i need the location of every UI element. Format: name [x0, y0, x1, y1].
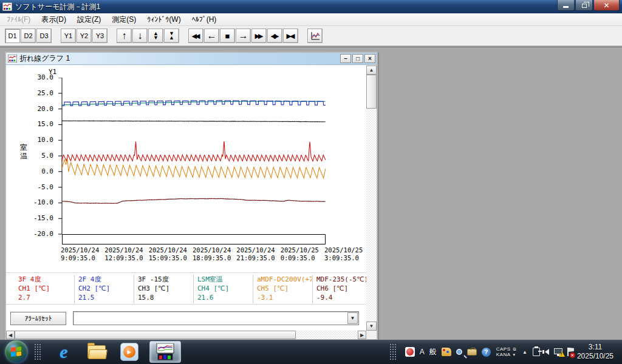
minimize-button[interactable]	[557, 0, 575, 11]
fast-forward-button[interactable]: ▶▶	[251, 29, 267, 43]
file-explorer-button[interactable]	[86, 342, 107, 362]
clock[interactable]: 3:11 2025/10/25	[577, 343, 613, 361]
restore-button[interactable]	[575, 0, 593, 11]
window-title: ソフトサーモ計測－計測1	[15, 2, 100, 12]
media-player-button[interactable]: ▶	[119, 342, 140, 362]
ime-palette-icon[interactable]	[442, 348, 451, 356]
ime-alpha-icon[interactable]: A	[420, 348, 425, 356]
menu-item[interactable]: 設定(Z)	[72, 13, 106, 27]
alarm-reset-button[interactable]: ｱﾗｰﾑﾘｾｯﾄ	[10, 312, 66, 325]
legend-name: LSM室温	[197, 275, 252, 284]
toolbar: D1D2D3 Y1Y2Y3 ↑↓▲ ▼▼ ▲ ◀◀←■→▶▶◀▶▶◀	[0, 26, 622, 46]
folder-icon	[87, 345, 106, 359]
display-button-d1[interactable]: D1	[5, 29, 20, 43]
alarm-combo-input[interactable]	[75, 313, 346, 323]
internet-explorer-button[interactable]: e	[53, 342, 74, 362]
tray-separator	[389, 343, 397, 360]
compress-horizontal-button[interactable]: ▶◀	[283, 29, 298, 43]
horizontal-scrollbar[interactable]: ◀ ▶	[6, 331, 366, 339]
legend-channel-4: LSM室温CH4 [℃]21.6	[193, 275, 252, 303]
chart-area: Y1 室温 30.025.020.015.010.05.00.0-5.0-10.…	[6, 66, 366, 331]
hscroll-left-icon[interactable]: ◀	[6, 331, 15, 339]
line-chart	[57, 78, 326, 235]
scrollbar-corner	[366, 331, 377, 339]
scroll-up-icon: ↑	[122, 31, 127, 41]
mdi-client-area: 折れ線グラフ 1 – □ × Y1 室温 30.025.020.015.010.…	[0, 47, 622, 340]
alarm-combobox[interactable]: ▼	[73, 311, 359, 325]
vertical-scrollbar[interactable]: ▲ ▼	[366, 66, 377, 331]
y-tick-label: 25.0	[26, 89, 53, 97]
security-tray-icon[interactable]	[405, 347, 415, 357]
graph-minimize-button[interactable]: –	[340, 54, 351, 63]
range-selector-box[interactable]	[62, 234, 326, 244]
menu-item[interactable]: ﾍﾙﾌﾟ(H)	[186, 13, 222, 25]
menu-item[interactable]: 表示(D)	[36, 13, 72, 27]
menu-item[interactable]: ｳｨﾝﾄﾞｳ(W)	[142, 13, 186, 25]
ime-state-indicator[interactable]: CAPS⧉ KANA▾	[496, 346, 516, 357]
legend-channel-2: 2F 4度CH2 [℃]21.5	[74, 275, 133, 303]
volume-tray-icon[interactable]	[545, 349, 549, 355]
legend-name: aMDF-DC200V(+7	[257, 275, 312, 284]
alarm-row: ｱﾗｰﾑﾘｾｯﾄ ▼	[6, 309, 366, 328]
x-tick-label: 2025/10/24 15:09:35.0	[149, 246, 197, 262]
display-button-d3[interactable]: D3	[36, 29, 52, 43]
channel-legend: 3F 4度CH1 [℃]2.72F 4度CH2 [℃]21.53F -15度CH…	[6, 272, 366, 305]
show-hidden-icons-button[interactable]: ▲	[522, 349, 527, 355]
menu-item[interactable]: 測定(S)	[106, 13, 142, 27]
hscroll-right-icon[interactable]: ▶	[358, 331, 366, 339]
vscroll-down-icon[interactable]: ▼	[366, 322, 377, 331]
ime-mode-icon[interactable]: 般	[429, 347, 437, 357]
menu-item[interactable]: ﾌｧｲﾙ(F)	[1, 13, 36, 25]
media-player-icon: ▶	[120, 343, 138, 361]
legend-name: 3F 4度	[18, 275, 73, 284]
expand-vertical-button[interactable]: ▲ ▼	[148, 29, 163, 43]
expand-horizontal-button[interactable]: ◀▶	[267, 29, 282, 43]
legend-name: 2F 4度	[78, 275, 133, 284]
hscroll-thumb[interactable]	[15, 331, 296, 339]
y-tick-label: 15.0	[26, 120, 53, 128]
graph-settings-button[interactable]	[307, 29, 323, 43]
step-forward-icon: →	[239, 31, 248, 41]
graph-close-button[interactable]: ×	[364, 54, 375, 63]
fast-forward-icon: ▶▶	[255, 32, 262, 40]
expand-vertical-icon: ▲ ▼	[153, 32, 159, 40]
fast-rewind-button[interactable]: ◀◀	[188, 29, 203, 43]
start-button[interactable]	[5, 340, 28, 363]
soft-thermo-taskbar-button[interactable]	[149, 341, 181, 363]
step-back-button[interactable]: ←	[204, 29, 219, 43]
legend-channel_label: CH2 [℃]	[78, 284, 133, 293]
stop-button[interactable]: ■	[220, 29, 235, 43]
y-tick-label: 5.0	[26, 152, 53, 160]
yaxis-button-y1[interactable]: Y1	[61, 29, 76, 43]
expand-horizontal-icon: ◀▶	[271, 32, 278, 40]
step-forward-button[interactable]: →	[236, 29, 251, 43]
network-warning-tray-icon[interactable]	[554, 348, 562, 354]
legend-channel_label: CH4 [℃]	[197, 284, 252, 293]
clipboard-tray-icon[interactable]	[533, 348, 540, 356]
legend-name: MDF-235(-5℃)	[316, 275, 366, 284]
vscroll-thumb[interactable]	[366, 75, 377, 109]
graph-window-title: 折れ線グラフ 1	[19, 53, 70, 64]
internet-explorer-icon: e	[60, 342, 67, 362]
y-tick-label: -15.0	[26, 214, 53, 222]
graph-maximize-button[interactable]: □	[352, 54, 363, 63]
close-button[interactable]: ✕	[593, 0, 620, 11]
scroll-up-button[interactable]: ↑	[117, 29, 132, 43]
display-button-d2[interactable]: D2	[21, 29, 36, 43]
vscroll-track[interactable]	[366, 75, 377, 322]
action-center-flag-icon[interactable]: ✕	[567, 348, 569, 356]
yaxis-button-y2[interactable]: Y2	[77, 29, 92, 43]
legend-current: 21.5	[78, 293, 133, 302]
scroll-down-button[interactable]: ↓	[132, 29, 148, 43]
vscroll-up-icon[interactable]: ▲	[366, 66, 377, 75]
help-tray-icon[interactable]: ?	[482, 348, 491, 357]
search-tray-icon[interactable]	[456, 349, 462, 355]
combo-dropdown-icon[interactable]: ▼	[347, 312, 358, 324]
yaxis-button-y3[interactable]: Y3	[92, 29, 108, 43]
legend-channel-6: MDF-235(-5℃)CH6 [℃]-9.4	[312, 275, 366, 303]
app-icon	[2, 2, 12, 11]
taskbar-separator	[34, 343, 41, 360]
toolbox-tray-icon[interactable]	[467, 349, 477, 356]
legend-name: 3F -15度	[138, 275, 193, 284]
compress-vertical-button[interactable]: ▼ ▲	[164, 29, 179, 43]
